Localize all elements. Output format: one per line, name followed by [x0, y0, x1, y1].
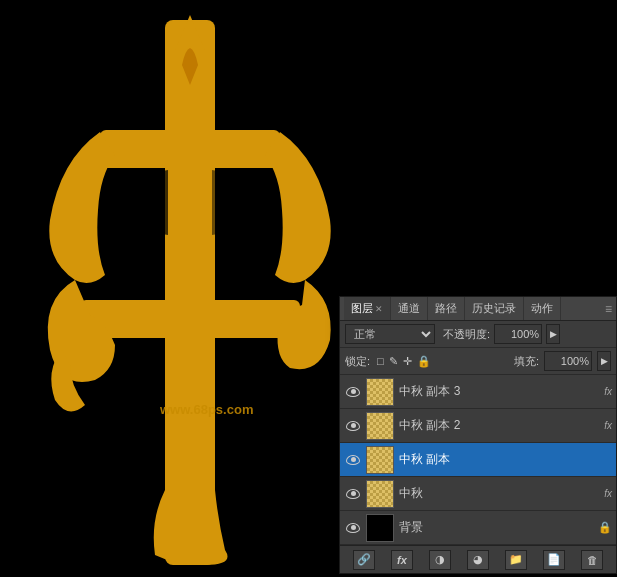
- layer-item-layer-2[interactable]: 中秋 副本: [340, 443, 616, 477]
- lock-label: 锁定:: [345, 354, 370, 369]
- fill-arrow-button[interactable]: ▶: [597, 351, 611, 371]
- layer-fx-badge-layer-1: fx: [604, 488, 612, 499]
- lock-image-icon[interactable]: ✎: [389, 355, 398, 368]
- tab-layers[interactable]: 图层 ✕: [344, 297, 391, 320]
- opacity-arrow-button[interactable]: ▶: [546, 324, 560, 344]
- layer-visibility-layer-1[interactable]: [344, 485, 362, 503]
- add-mask-button[interactable]: ◑: [429, 550, 451, 570]
- create-group-button[interactable]: 📁: [505, 550, 527, 570]
- tab-close-icon[interactable]: ✕: [375, 304, 383, 314]
- layer-item-layer-1[interactable]: 中秋fx: [340, 477, 616, 511]
- layer-name-layer-1: 中秋: [399, 485, 600, 502]
- layer-lock-icon-layer-bg: 🔒: [598, 521, 612, 534]
- layer-visibility-layer-3[interactable]: [344, 417, 362, 435]
- create-layer-button[interactable]: 📄: [543, 550, 565, 570]
- layer-thumbnail-layer-bg: [366, 514, 394, 542]
- svg-rect-0: [165, 20, 215, 565]
- create-adjustment-button[interactable]: ◕: [467, 550, 489, 570]
- layer-visibility-layer-bg[interactable]: [344, 519, 362, 537]
- tab-paths[interactable]: 路径: [428, 297, 465, 320]
- opacity-field[interactable]: [494, 324, 542, 344]
- svg-rect-2: [100, 130, 280, 168]
- opacity-label: 不透明度:: [443, 327, 490, 342]
- layer-name-layer-4: 中秋 副本 3: [399, 383, 600, 400]
- svg-rect-3: [80, 300, 300, 338]
- layer-visibility-layer-2[interactable]: [344, 451, 362, 469]
- layer-thumbnail-layer-4: [366, 378, 394, 406]
- layer-name-layer-2: 中秋 副本: [399, 451, 612, 468]
- chinese-character-svg: [20, 10, 360, 570]
- layer-item-layer-3[interactable]: 中秋 副本 2fx: [340, 409, 616, 443]
- tab-history[interactable]: 历史记录: [465, 297, 524, 320]
- lock-transparent-icon[interactable]: □: [377, 355, 384, 367]
- panel-bottom-toolbar: 🔗 fx ◑ ◕ 📁 📄 🗑: [340, 545, 616, 573]
- layer-visibility-layer-4[interactable]: [344, 383, 362, 401]
- layers-panel: 图层 ✕ 通道 路径 历史记录 动作 ≡ 正常 不透明度: ▶ 锁定: □ ✎ …: [339, 296, 617, 574]
- layer-thumbnail-layer-3: [366, 412, 394, 440]
- layer-name-layer-3: 中秋 副本 2: [399, 417, 600, 434]
- panel-menu-icon[interactable]: ≡: [605, 302, 612, 316]
- layer-fx-badge-layer-4: fx: [604, 386, 612, 397]
- lock-position-icon[interactable]: ✛: [403, 355, 412, 368]
- layers-list: 中秋 副本 3fx中秋 副本 2fx中秋 副本中秋fx背景🔒: [340, 375, 616, 545]
- layer-item-layer-4[interactable]: 中秋 副本 3fx: [340, 375, 616, 409]
- link-layers-button[interactable]: 🔗: [353, 550, 375, 570]
- tab-channels[interactable]: 通道: [391, 297, 428, 320]
- layer-thumbnail-layer-1: [366, 480, 394, 508]
- fill-field[interactable]: [544, 351, 592, 371]
- layer-item-layer-bg[interactable]: 背景🔒: [340, 511, 616, 545]
- lock-all-icon[interactable]: 🔒: [417, 355, 431, 368]
- tab-actions[interactable]: 动作: [524, 297, 561, 320]
- blend-mode-row: 正常 不透明度: ▶: [340, 321, 616, 348]
- panel-tabs: 图层 ✕ 通道 路径 历史记录 动作 ≡: [340, 297, 616, 321]
- layer-name-layer-bg: 背景: [399, 519, 594, 536]
- layer-fx-badge-layer-3: fx: [604, 420, 612, 431]
- lock-row: 锁定: □ ✎ ✛ 🔒 填充: ▶: [340, 348, 616, 375]
- layer-thumbnail-layer-2: [366, 446, 394, 474]
- fill-label: 填充:: [514, 354, 539, 369]
- blend-mode-select[interactable]: 正常: [345, 324, 435, 344]
- delete-layer-button[interactable]: 🗑: [581, 550, 603, 570]
- add-fx-button[interactable]: fx: [391, 550, 413, 570]
